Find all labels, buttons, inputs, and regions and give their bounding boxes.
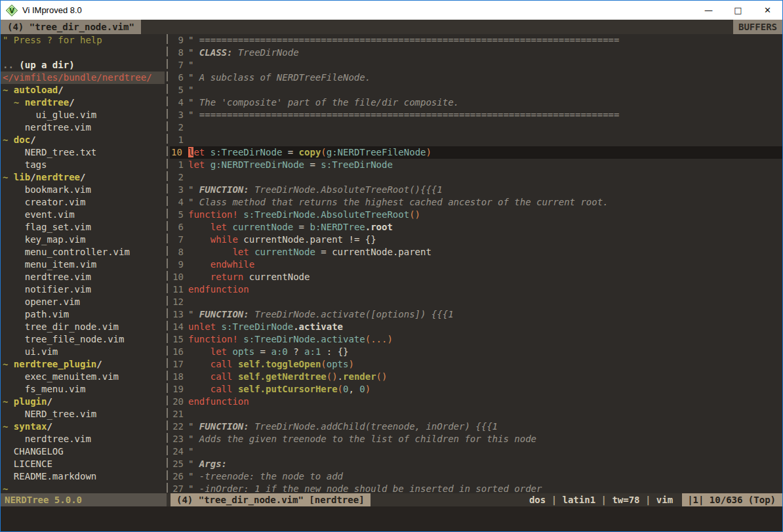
tree-file-key-map-vim[interactable]: key_map.vim	[3, 234, 165, 246]
tree-file-menu-item-vim[interactable]: menu_item.vim	[3, 258, 165, 271]
maximize-button[interactable]: □	[723, 1, 753, 20]
tree-file-syntax-nerdtree-vim[interactable]: nerdtree.vim	[3, 433, 165, 445]
editor-line[interactable]: 2	[170, 121, 782, 134]
editor-line[interactable]: 18 call self.getNerdtree().render()	[170, 371, 782, 383]
editor-line[interactable]: 1	[170, 134, 782, 146]
window-vertical-separator[interactable]	[165, 34, 170, 493]
editor-line[interactable]: 16 let opts = a:0 ? a:1 : {}	[170, 346, 782, 358]
token-s: /	[80, 172, 85, 182]
tree-file-nerd-tree-txt[interactable]: NERD_tree.txt	[3, 146, 165, 159]
tree-file-tree-dir-node-vim[interactable]: tree_dir_node.vim	[3, 321, 165, 333]
editor-line[interactable]: 6 let currentNode = b:NERDTree.root	[170, 221, 782, 234]
token-f: self.getNerdtree	[238, 371, 327, 382]
close-button[interactable]: ✕	[753, 1, 782, 20]
tree-file-changelog[interactable]: CHANGELOG	[3, 445, 165, 458]
tree-file-bookmark-vim[interactable]: bookmark.vim	[3, 184, 165, 196]
editor-line[interactable]: 12	[170, 296, 782, 308]
editor-line[interactable]: 20endfunction	[170, 396, 782, 408]
editor-line[interactable]: 22" FUNCTION: TreeDirNode.addChild(treen…	[170, 420, 782, 433]
editor-line[interactable]: 27" -inOrder: 1 if the new node should b…	[170, 483, 782, 493]
editor-line[interactable]: 3" FUNCTION: TreeDirNode.AbsoluteTreeRoo…	[170, 184, 782, 196]
tree-file-notifier-vim[interactable]: notifier.vim	[3, 283, 165, 296]
tree-filler-tilde[interactable]: ~	[3, 483, 165, 493]
statusline-fill	[371, 493, 529, 506]
editor-line[interactable]: 4" The 'composite' part of the file/dir …	[170, 96, 782, 109]
tree-file-opener-vim[interactable]: opener.vim	[3, 296, 165, 308]
editor-line[interactable]: 5"	[170, 84, 782, 96]
editor-line[interactable]: 7 while currentNode.parent != {}	[170, 234, 782, 246]
line-number: 7	[170, 234, 188, 246]
tree-root-path[interactable]: </vimfiles/bundle/nerdtree/	[1, 72, 165, 84]
editor-line[interactable]: 6" A subclass of NERDTreeFileNode.	[170, 72, 782, 84]
editor-line[interactable]: 2	[170, 171, 782, 184]
code-text: " FUNCTION: TreeDirNode.AbsoluteTreeRoot…	[188, 184, 443, 196]
statusline-separator: |	[595, 495, 612, 505]
window-title: Vi IMproved 8.0	[22, 5, 82, 15]
tree-help-hint[interactable]: " Press ? for help	[3, 34, 165, 47]
editor-panel[interactable]: 9" =====================================…	[170, 34, 782, 493]
tree-file-nerd-tree-vim[interactable]: NERD_tree.vim	[3, 408, 165, 420]
token-n	[3, 446, 14, 457]
token-ct: FUNCTION:	[199, 184, 249, 195]
editor-line[interactable]: 1let g:NERDTreeDirNode = s:TreeDirNode	[170, 159, 782, 171]
tree-file-tree-file-node-vim[interactable]: tree_file_node.vim	[3, 333, 165, 346]
tab-current-buffer[interactable]: (4) "tree_dir_node.vim"	[1, 20, 141, 34]
token-n	[3, 184, 25, 195]
tree-file-autoload-nerdtree-vim[interactable]: nerdtree.vim	[3, 121, 165, 134]
editor-line[interactable]: 21	[170, 408, 782, 420]
tree-file-lib-nerdtree-vim[interactable]: nerdtree.vim	[3, 271, 165, 283]
token-n	[3, 371, 25, 382]
token-t: ~	[14, 97, 25, 108]
editor-line[interactable]: 13" FUNCTION: TreeDirNode.activate([opti…	[170, 308, 782, 321]
tree-file-licence[interactable]: LICENCE	[3, 458, 165, 470]
tree-file-path-vim[interactable]: path.vim	[3, 308, 165, 321]
editor-line[interactable]: 24"	[170, 445, 782, 458]
editor-line[interactable]: 8" CLASS: TreeDirNode	[170, 47, 782, 59]
tree-file-event-vim[interactable]: event.vim	[3, 209, 165, 221]
tree-dir-nerdtree-plugin[interactable]: ~ nerdtree_plugin/	[3, 358, 165, 371]
tree-dir-syntax[interactable]: ~ syntax/	[3, 420, 165, 433]
editor-line[interactable]: 17 call self.toggleOpen(opts)	[170, 358, 782, 371]
tree-file-flag-set-vim[interactable]: flag_set.vim	[3, 221, 165, 234]
token-n	[216, 321, 221, 332]
editor-line[interactable]: 8 let currentNode = currentNode.parent	[170, 246, 782, 258]
tree-dir-plugin[interactable]: ~ plugin/	[3, 396, 165, 408]
tree-dir-lib-nerdtree[interactable]: ~ lib/nerdtree/	[3, 171, 165, 184]
editor-line[interactable]: 9" =====================================…	[170, 34, 782, 47]
tree-dir-autoload-nerdtree[interactable]: ~ nerdtree/	[3, 96, 165, 109]
editor-line[interactable]: 26" -treenode: the node to add	[170, 470, 782, 483]
nerdtree-panel[interactable]: " Press ? for help.. (up a dir)</vimfile…	[1, 34, 165, 493]
editor-line[interactable]: 23" Adds the given treenode to the list …	[170, 433, 782, 445]
token-n	[3, 284, 25, 295]
editor-line[interactable]: 19 call self.putCursorHere(0, 0)	[170, 383, 782, 396]
editor-line[interactable]: 10 return currentNode	[170, 271, 782, 283]
tree-file-readme-markdown[interactable]: README.markdown	[3, 470, 165, 483]
tree-file-ui-vim[interactable]: ui.vim	[3, 346, 165, 358]
tree-file-menu-controller-vim[interactable]: menu_controller.vim	[3, 246, 165, 258]
token-c: "	[188, 60, 199, 70]
tree-dir-doc[interactable]: ~ doc/	[3, 134, 165, 146]
editor-line[interactable]: 25" Args:	[170, 458, 782, 470]
tree-file-creator-vim[interactable]: creator.vim	[3, 196, 165, 209]
tree-dir-autoload[interactable]: ~ autoload/	[3, 84, 165, 96]
editor-line-current[interactable]: 10let s:TreeDirNode = copy(g:NERDTreeFil…	[170, 146, 782, 159]
editor-line[interactable]: 7"	[170, 59, 782, 72]
editor-line[interactable]: 11endfunction	[170, 283, 782, 296]
tree-file-tags[interactable]: tags	[3, 159, 165, 171]
tree-up-a-dir[interactable]: .. (up a dir)	[3, 59, 165, 72]
editor-line[interactable]: 15function! s:TreeDirNode.activate(...)	[170, 333, 782, 346]
line-number: 2	[170, 121, 188, 134]
line-number: 4	[170, 96, 188, 109]
tree-file-ui-glue-vim[interactable]: ui_glue.vim	[3, 109, 165, 121]
minimize-button[interactable]: —	[694, 1, 723, 20]
buffers-label[interactable]: BUFFERS	[733, 20, 782, 34]
editor-line[interactable]: 9 endwhile	[170, 258, 782, 271]
tree-file-fs-menu-vim[interactable]: fs_menu.vim	[3, 383, 165, 396]
editor-line[interactable]: 5function! s:TreeDirNode.AbsoluteTreeRoo…	[170, 209, 782, 221]
editor-line[interactable]: 4" Class method that returns the highest…	[170, 196, 782, 209]
tree-blank[interactable]	[3, 47, 165, 59]
editor-line[interactable]: 14unlet s:TreeDirNode.activate	[170, 321, 782, 333]
editor-line[interactable]: 3" =====================================…	[170, 109, 782, 121]
token-n: = currentNode.parent	[315, 247, 432, 257]
tree-file-exec-menuitem-vim[interactable]: exec_menuitem.vim	[3, 371, 165, 383]
